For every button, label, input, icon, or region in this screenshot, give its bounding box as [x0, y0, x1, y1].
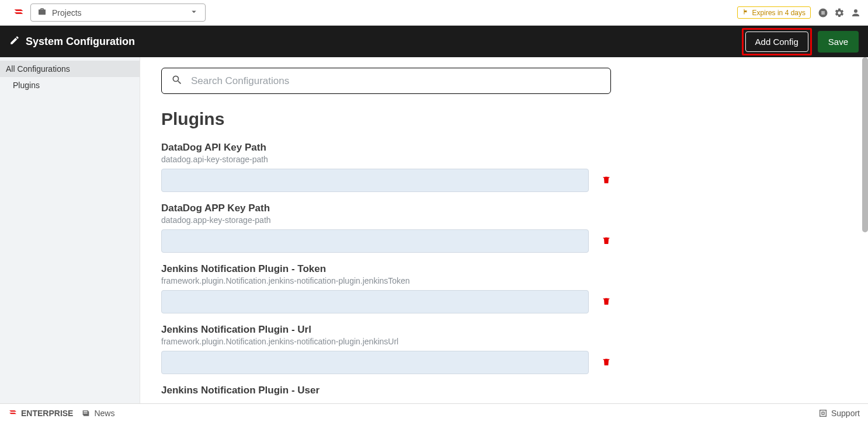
footer-news-label: News: [94, 409, 114, 418]
footer-brand-label: ENTERPRISE: [21, 409, 73, 418]
content-area: Plugins DataDog API Key Pathdatadog.api-…: [140, 57, 868, 403]
project-selector-label: Projects: [52, 8, 82, 18]
search-icon: [171, 74, 183, 88]
page-title: System Configuration: [26, 36, 135, 48]
pause-circle-icon: [818, 8, 828, 18]
logo-icon: [8, 409, 18, 418]
config-value-input[interactable]: [161, 290, 589, 313]
footer: ENTERPRISE News Support: [0, 403, 868, 422]
trash-icon: [602, 296, 611, 306]
config-key: framework.plugin.Notification.jenkins-no…: [161, 337, 847, 346]
delete-config-button[interactable]: [602, 235, 611, 247]
svg-rect-4: [84, 412, 88, 413]
search-box[interactable]: [161, 68, 611, 94]
trash-icon: [602, 235, 611, 246]
delete-config-button[interactable]: [602, 357, 611, 369]
config-label: Jenkins Notification Plugin - User: [161, 385, 847, 396]
scrollbar[interactable]: [862, 57, 868, 232]
config-value-input[interactable]: [161, 169, 589, 192]
delete-config-button[interactable]: [602, 175, 611, 187]
briefcase-icon: [37, 6, 47, 19]
sidebar-item-all-configurations[interactable]: All Configurations: [0, 61, 140, 77]
sidebar: All Configurations Plugins: [0, 57, 140, 403]
user-icon: [850, 8, 861, 18]
footer-support-label: Support: [831, 409, 860, 418]
trash-icon: [602, 357, 611, 367]
config-label: DataDog API Key Path: [161, 142, 847, 154]
config-key: framework.plugin.Notification.jenkins-no…: [161, 276, 847, 285]
svg-rect-7: [822, 412, 824, 414]
config-key: datadog.api-key-storage-path: [161, 155, 847, 164]
user-menu-button[interactable]: [850, 8, 861, 18]
license-expiry-badge[interactable]: Expires in 4 days: [737, 6, 811, 19]
config-key: datadog.app-key-storage-path: [161, 215, 847, 225]
svg-rect-6: [820, 410, 827, 416]
add-config-button[interactable]: Add Config: [745, 32, 808, 52]
config-label: Jenkins Notification Plugin - Url: [161, 324, 847, 336]
pause-button[interactable]: [818, 8, 828, 18]
svg-point-0: [819, 8, 828, 17]
flag-icon: [742, 8, 749, 17]
settings-button[interactable]: [834, 8, 845, 18]
config-label: Jenkins Notification Plugin - Token: [161, 263, 847, 275]
gear-icon: [834, 8, 845, 18]
add-config-highlight: Add Config: [742, 28, 812, 55]
config-row: Jenkins Notification Plugin - Urlframewo…: [161, 324, 847, 374]
section-title: Plugins: [161, 109, 847, 129]
pencil-icon: [9, 35, 20, 48]
chevron-down-icon: [189, 6, 199, 19]
trash-icon: [602, 175, 611, 185]
newspaper-icon: [81, 409, 91, 418]
sidebar-item-plugins[interactable]: Plugins: [0, 77, 140, 93]
life-ring-icon: [818, 409, 828, 418]
footer-news[interactable]: News: [81, 409, 114, 418]
svg-rect-1: [822, 11, 823, 15]
config-value-input[interactable]: [161, 229, 589, 253]
config-row: Jenkins Notification Plugin - Tokenframe…: [161, 263, 847, 313]
project-selector[interactable]: Projects: [30, 4, 206, 22]
main: All Configurations Plugins Plugins DataD…: [0, 57, 868, 403]
footer-brand[interactable]: ENTERPRISE: [8, 409, 73, 418]
config-row: DataDog API Key Pathdatadog.api-key-stor…: [161, 142, 847, 192]
license-expiry-text: Expires in 4 days: [752, 9, 805, 17]
svg-rect-3: [84, 411, 88, 411]
topbar: Projects Expires in 4 days: [0, 0, 868, 26]
footer-support[interactable]: Support: [818, 409, 860, 418]
page-header: System Configuration Add Config Save: [0, 26, 868, 57]
search-input[interactable]: [191, 75, 601, 87]
config-row: DataDog APP Key Pathdatadog.app-key-stor…: [161, 203, 847, 253]
app-logo[interactable]: [7, 7, 30, 19]
save-button[interactable]: Save: [818, 31, 859, 53]
config-row: Jenkins Notification Plugin - User: [161, 385, 847, 396]
config-value-input[interactable]: [161, 351, 589, 374]
svg-rect-5: [84, 413, 88, 414]
config-label: DataDog APP Key Path: [161, 203, 847, 214]
logo-icon: [13, 7, 25, 19]
delete-config-button[interactable]: [602, 296, 611, 308]
svg-rect-2: [824, 11, 825, 15]
